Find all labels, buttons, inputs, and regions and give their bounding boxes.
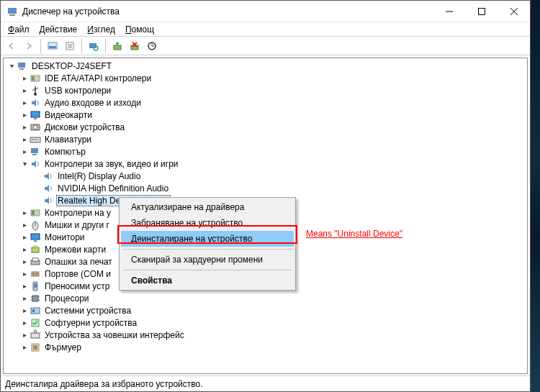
network-icon bbox=[30, 244, 41, 255]
tree-device-node[interactable]: NVIDIA High Definition Audio bbox=[32, 182, 527, 194]
svg-rect-47 bbox=[32, 296, 38, 301]
tree-category-label: Устройства за човешки интерфейс bbox=[43, 330, 186, 340]
chevron-right-icon[interactable]: ▸ bbox=[19, 209, 30, 216]
tree-category-label: IDE ATA/ATAPI контролери bbox=[43, 73, 153, 83]
menu-action[interactable]: Действие bbox=[35, 23, 82, 36]
tree-category-label: Процесори bbox=[43, 293, 91, 304]
chevron-right-icon[interactable]: ▸ bbox=[19, 245, 30, 253]
tree-category-node[interactable]: ▸Компютър bbox=[19, 145, 527, 158]
svg-rect-53 bbox=[32, 309, 35, 312]
svg-rect-36 bbox=[31, 234, 40, 240]
sound-icon bbox=[42, 195, 54, 206]
chevron-right-icon[interactable]: ▸ bbox=[19, 233, 30, 241]
chevron-right-icon[interactable]: ▸ bbox=[19, 74, 30, 82]
enable-device-button[interactable] bbox=[144, 38, 160, 54]
svg-rect-20 bbox=[32, 76, 35, 81]
nav-forward-button[interactable] bbox=[21, 38, 37, 54]
chevron-right-icon[interactable]: ▸ bbox=[19, 99, 30, 106]
tree-category-node[interactable]: ▸USB контролери bbox=[19, 84, 527, 96]
tree-category-label: Контролери на у bbox=[43, 208, 112, 218]
update-driver-button[interactable] bbox=[109, 38, 125, 54]
properties-button[interactable] bbox=[62, 38, 78, 54]
tree-category-node[interactable]: ▸Видеокарти bbox=[19, 109, 527, 121]
nav-back-button[interactable] bbox=[4, 38, 19, 54]
tree-device-node[interactable]: Intel(R) Display Audio bbox=[32, 170, 527, 182]
chevron-right-icon[interactable]: ▸ bbox=[19, 282, 30, 290]
context-menu-item[interactable]: Актуализиране на драйвера bbox=[121, 199, 294, 215]
sound-icon bbox=[42, 183, 54, 194]
tree-category-label: Мишки и други г bbox=[43, 220, 111, 230]
chevron-down-icon[interactable]: ▾ bbox=[19, 160, 30, 168]
svg-rect-42 bbox=[32, 272, 39, 276]
title-bar: Диспечер на устройства bbox=[1, 1, 530, 22]
window-controls bbox=[433, 1, 530, 22]
desktop-background-strip bbox=[531, 0, 540, 392]
menu-view[interactable]: Изглед bbox=[83, 23, 120, 36]
menu-file[interactable]: Файл bbox=[4, 23, 34, 36]
scan-hardware-button[interactable] bbox=[86, 38, 102, 54]
chevron-right-icon[interactable]: ▸ bbox=[19, 135, 30, 143]
tree-category-node[interactable]: ▸Фърмуер bbox=[19, 341, 527, 353]
context-menu-separator bbox=[122, 270, 292, 270]
chevron-right-icon[interactable]: ▸ bbox=[19, 294, 30, 302]
show-hidden-button[interactable] bbox=[45, 38, 60, 54]
svg-rect-37 bbox=[34, 240, 37, 242]
tree-category-node[interactable]: ▸Процесори bbox=[19, 292, 527, 304]
tree-category-node[interactable]: ▾Контролери за звук, видео и игри bbox=[19, 158, 527, 170]
svg-rect-27 bbox=[32, 139, 33, 140]
svg-rect-18 bbox=[19, 68, 24, 70]
tree-category-node[interactable]: ▸IDE ATA/ATAPI контролери bbox=[19, 72, 527, 84]
chevron-right-icon[interactable]: ▸ bbox=[19, 111, 30, 119]
tree-category-label: Преносими устр bbox=[43, 281, 111, 291]
chevron-right-icon[interactable]: ▸ bbox=[19, 331, 30, 339]
tree-category-node[interactable]: ▸Устройства за човешки интерфейс bbox=[19, 329, 527, 341]
chevron-down-icon[interactable]: ▾ bbox=[6, 62, 17, 70]
chevron-right-icon[interactable]: ▸ bbox=[19, 270, 30, 278]
svg-rect-39 bbox=[33, 245, 37, 247]
menu-help[interactable]: Помощ bbox=[121, 23, 158, 36]
tree-category-node[interactable]: ▸Дискови устройства bbox=[19, 121, 527, 133]
svg-point-21 bbox=[34, 93, 37, 96]
context-menu-item[interactable]: Деинсталиране на устройство bbox=[121, 231, 294, 247]
tree-category-node[interactable]: ▸Системни устройства bbox=[19, 304, 527, 316]
context-menu-item[interactable]: Свойства bbox=[121, 273, 294, 288]
maximize-button[interactable] bbox=[465, 1, 498, 22]
chevron-right-icon[interactable]: ▸ bbox=[19, 319, 30, 327]
audio-io-icon bbox=[30, 97, 41, 109]
context-menu: Актуализиране на драйвераЗабраняване на … bbox=[119, 197, 296, 291]
chevron-right-icon[interactable]: ▸ bbox=[19, 123, 30, 131]
svg-rect-7 bbox=[49, 46, 56, 48]
menu-bar: Файл Действие Изглед Помощ bbox=[1, 22, 530, 37]
tree-category-label: Портове (COM и bbox=[43, 269, 112, 279]
window-title: Диспечер на устройства bbox=[22, 6, 120, 17]
svg-rect-3 bbox=[478, 8, 485, 14]
tree-category-label: Контролери за звук, видео и игри bbox=[43, 159, 180, 169]
chevron-right-icon[interactable]: ▸ bbox=[19, 343, 30, 351]
context-menu-item[interactable]: Сканирай за хардуерни промени bbox=[121, 252, 294, 268]
tree-category-node[interactable]: ▸Софтуерни устройства bbox=[19, 316, 527, 329]
annotation-text: Means "Uninstall Device" bbox=[306, 229, 402, 239]
chevron-right-icon[interactable]: ▸ bbox=[19, 221, 30, 229]
firmware-icon bbox=[30, 342, 41, 353]
context-menu-separator bbox=[122, 249, 292, 250]
svg-point-43 bbox=[33, 273, 35, 275]
system-device-icon bbox=[30, 305, 41, 316]
close-button[interactable] bbox=[498, 1, 530, 22]
chevron-right-icon[interactable]: ▸ bbox=[19, 257, 30, 265]
minimize-button[interactable] bbox=[433, 1, 465, 22]
svg-rect-23 bbox=[34, 118, 37, 119]
uninstall-device-button[interactable] bbox=[127, 38, 143, 54]
svg-rect-55 bbox=[31, 333, 40, 338]
chevron-right-icon[interactable]: ▸ bbox=[19, 86, 30, 94]
tree-category-label: Софтуерни устройства bbox=[43, 318, 138, 328]
tree-category-node[interactable]: ▸Клавиатури bbox=[19, 133, 527, 145]
tree-category-label: USB контролери bbox=[43, 86, 112, 96]
status-text: Деинсталира драйвера за избраното устрой… bbox=[5, 379, 203, 389]
context-menu-item[interactable]: Забраняване на устройство bbox=[121, 215, 294, 231]
chevron-right-icon[interactable]: ▸ bbox=[19, 306, 30, 314]
tree-root-node[interactable]: ▾DESKTOP-J24SEFT bbox=[6, 60, 527, 72]
chevron-right-icon[interactable]: ▸ bbox=[19, 147, 30, 155]
tree-device-label: Intel(R) Display Audio bbox=[56, 171, 142, 181]
portable-icon bbox=[30, 281, 41, 292]
tree-category-node[interactable]: ▸Аудио входове и изходи bbox=[19, 96, 527, 109]
